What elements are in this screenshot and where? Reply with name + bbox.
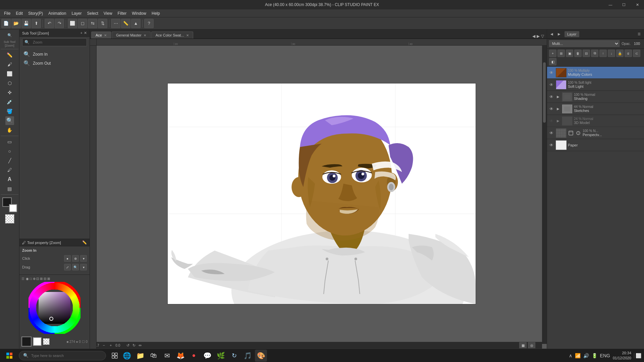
taskbar-app-clip-studio[interactable]: 🎨 bbox=[255, 350, 267, 362]
show-desktop-btn[interactable]: ⬜ bbox=[634, 353, 641, 358]
shape-rect-btn[interactable]: ▭ bbox=[5, 137, 14, 146]
close-button[interactable]: ✕ bbox=[631, 0, 644, 9]
transparent-color-swatch[interactable] bbox=[43, 338, 50, 345]
tray-wifi-icon[interactable]: 📶 bbox=[575, 353, 581, 358]
tray-caret-icon[interactable]: ∧ bbox=[569, 353, 572, 358]
menu-help[interactable]: Help bbox=[149, 10, 163, 16]
tab-expand-btn[interactable]: ▽ bbox=[541, 34, 544, 39]
tool-property-expand-btn[interactable]: ✏️ bbox=[82, 240, 87, 245]
layer-icon-copy[interactable]: ⧉ bbox=[591, 50, 598, 57]
zoom-tool-btn[interactable]: 🔍 bbox=[5, 31, 14, 40]
transparent-swatch[interactable] bbox=[5, 214, 14, 224]
3d-button[interactable]: ▲ bbox=[131, 19, 141, 28]
search-input[interactable] bbox=[31, 39, 85, 45]
menu-edit[interactable]: Edit bbox=[13, 10, 25, 16]
layer-icon-clip[interactable]: ⊂ bbox=[633, 50, 640, 57]
taskbar-search-input[interactable] bbox=[31, 354, 102, 358]
menu-window[interactable]: Window bbox=[129, 10, 149, 16]
eyedropper-btn[interactable]: 💉 bbox=[5, 98, 14, 106]
menu-view[interactable]: View bbox=[101, 10, 115, 16]
menu-layer[interactable]: Layer bbox=[69, 10, 84, 16]
click-icon-1[interactable]: ● bbox=[64, 255, 71, 262]
taskbar-app-3[interactable]: ↻ bbox=[228, 350, 240, 362]
taskbar-app-explorer[interactable]: 📁 bbox=[134, 350, 146, 362]
tab-layer[interactable]: Layer bbox=[565, 31, 579, 37]
pencil-btn[interactable]: ✏️ bbox=[5, 51, 14, 59]
artwork[interactable] bbox=[167, 83, 476, 304]
layer-icon-move-up[interactable]: ↑ bbox=[599, 50, 607, 57]
save-button[interactable]: 💾 bbox=[21, 19, 31, 28]
shape-line-btn[interactable]: ╱ bbox=[5, 156, 14, 165]
right-tab-nav-btn-2[interactable]: ▶ bbox=[556, 31, 562, 37]
task-view-btn[interactable] bbox=[109, 350, 121, 362]
layer-icon-alpha-lock[interactable]: α bbox=[625, 50, 632, 57]
layer-eye-perspective[interactable]: 👁 bbox=[548, 130, 554, 136]
color-panel-menu-icon[interactable]: ☰ bbox=[21, 277, 24, 281]
layer-icon-mask[interactable]: ◧ bbox=[549, 58, 556, 65]
fill-btn[interactable]: 🪣 bbox=[5, 107, 14, 116]
grid-button[interactable]: ⋯ bbox=[111, 19, 120, 28]
canvas-content[interactable] bbox=[97, 46, 547, 342]
select-button[interactable]: ◻ bbox=[78, 19, 87, 28]
zoom-in-item[interactable]: 🔍 Zoom In bbox=[19, 49, 90, 58]
transform-button[interactable]: ⬜ bbox=[68, 19, 77, 28]
tab-ace-color-swat[interactable]: Ace Color Swat... ✕ bbox=[151, 32, 193, 39]
layer-icon-lock[interactable]: 🔒 bbox=[616, 50, 624, 57]
text-btn[interactable]: A bbox=[5, 175, 14, 184]
layer-icon-new-raster[interactable]: ▣ bbox=[566, 50, 573, 57]
layer-item-sketches[interactable]: 👁 ▶ 44 % Normal Sketches bbox=[547, 103, 644, 115]
taskbar-app-2[interactable]: 🌿 bbox=[215, 350, 227, 362]
layer-item-paper[interactable]: 👁 Paper bbox=[547, 139, 644, 151]
v-scroll-thumb[interactable] bbox=[543, 62, 546, 123]
taskbar-app-edge[interactable]: 🌐 bbox=[121, 350, 133, 362]
layer-expand-shading[interactable]: ▶ bbox=[556, 94, 560, 100]
drag-icon-2[interactable]: 🔍 bbox=[72, 264, 79, 270]
ruler-button[interactable]: 📏 bbox=[121, 19, 130, 28]
redo-button[interactable]: ↷ bbox=[55, 19, 64, 28]
undo-button[interactable]: ↶ bbox=[45, 19, 54, 28]
layer-icon-new-group[interactable]: ⊞ bbox=[557, 50, 565, 57]
taskbar-app-1[interactable]: ● bbox=[188, 350, 200, 362]
color-selector[interactable] bbox=[2, 197, 17, 212]
layer-icon-new[interactable]: + bbox=[549, 50, 556, 57]
maximize-button[interactable]: ☐ bbox=[617, 0, 631, 9]
taskbar-clock[interactable]: 20:34 01/12/2020 bbox=[613, 351, 631, 360]
fg-color-swatch[interactable] bbox=[21, 337, 32, 347]
flip-canvas-btn[interactable]: ⇔ bbox=[138, 343, 143, 348]
taskbar-app-store[interactable]: 🛍 bbox=[148, 350, 160, 362]
layer-eye-paper[interactable]: 👁 bbox=[548, 142, 554, 148]
zoom-in-btn[interactable]: + bbox=[109, 343, 113, 348]
click-icon-3[interactable]: ▾ bbox=[80, 255, 87, 262]
export-button[interactable]: ⬆ bbox=[32, 19, 41, 28]
layer-expand-3dmodel[interactable]: ▶ bbox=[556, 118, 560, 124]
tab-ace-close[interactable]: ✕ bbox=[104, 34, 107, 37]
canvas-view-btn-2[interactable]: ◎ bbox=[528, 342, 535, 348]
color-wheel[interactable] bbox=[29, 282, 80, 334]
language-indicator[interactable]: ENG bbox=[600, 353, 610, 358]
layer-item-shading[interactable]: 👁 ▶ 100 % Normal Shading bbox=[547, 91, 644, 103]
layer-eye-3dmodel[interactable]: 👁 bbox=[548, 118, 554, 124]
layer-eye-shading[interactable]: 👁 bbox=[548, 94, 554, 100]
click-icon-2[interactable]: ⊕ bbox=[72, 255, 79, 262]
layer-item-perspective[interactable]: 👁 100 % N... Perspectv... bbox=[547, 127, 644, 139]
drag-icon-1[interactable]: ⤢ bbox=[64, 264, 71, 270]
taskbar-app-discord[interactable]: 💬 bbox=[201, 350, 213, 362]
v-scrollbar[interactable] bbox=[542, 46, 547, 344]
rotate-left-btn[interactable]: ↺ bbox=[125, 343, 130, 348]
right-panel-icon-1[interactable]: ☰ bbox=[636, 31, 643, 37]
menu-animation[interactable]: Animation bbox=[46, 10, 69, 16]
tab-nav-left[interactable]: ◀ bbox=[532, 34, 535, 39]
minimize-button[interactable]: — bbox=[604, 0, 617, 9]
taskbar-app-4[interactable]: 🎵 bbox=[241, 350, 254, 362]
sub-tool-delete-btn[interactable]: ✕ bbox=[84, 31, 87, 35]
taskbar-app-mail[interactable]: ✉ bbox=[161, 350, 173, 362]
start-button[interactable] bbox=[3, 349, 16, 362]
hand-btn[interactable]: ✋ bbox=[5, 126, 14, 134]
menu-story[interactable]: Story(P) bbox=[25, 10, 46, 16]
rotate-right-btn[interactable]: ↻ bbox=[131, 343, 137, 348]
zoom-btn[interactable]: 🔍 bbox=[5, 116, 14, 125]
layer-expand-sketches[interactable]: ▶ bbox=[556, 106, 560, 112]
background-color[interactable] bbox=[9, 204, 17, 212]
tab-ace[interactable]: Ace ✕ bbox=[91, 32, 111, 39]
flip-h-button[interactable]: ⇆ bbox=[88, 19, 97, 28]
